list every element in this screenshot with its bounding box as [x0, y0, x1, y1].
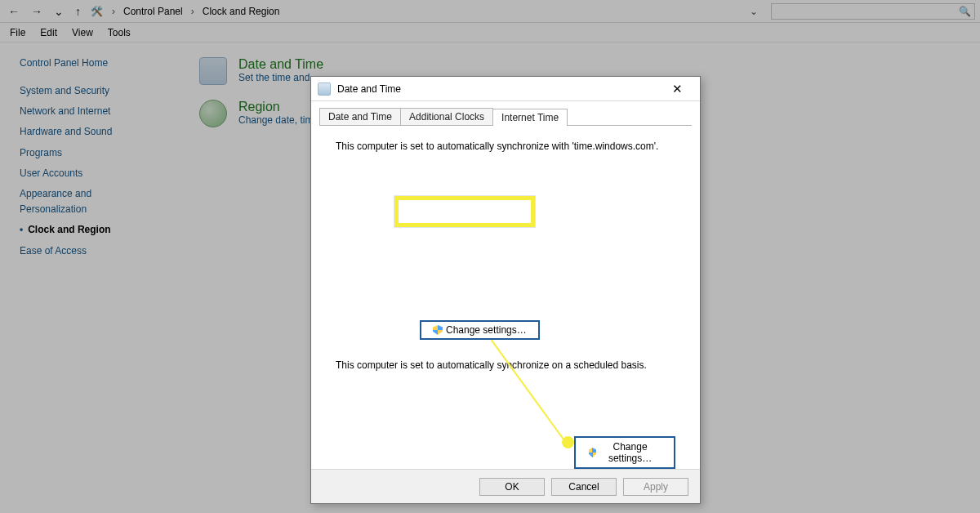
annotation-dot — [562, 436, 574, 448]
schedule-status-text: This computer is set to automatically sy… — [336, 359, 647, 371]
sidebar-item-clock-region[interactable]: Clock and Region — [20, 222, 180, 238]
button-label: Change settings… — [599, 441, 661, 464]
sync-status-text: This computer is set to automatically sy… — [336, 141, 675, 152]
menu-bar: File Edit View Tools — [0, 23, 980, 42]
close-button[interactable]: ✕ — [661, 82, 693, 96]
change-settings-button[interactable]: Change settings… — [574, 436, 675, 469]
clock-icon — [318, 83, 331, 96]
annotation-line — [491, 340, 568, 445]
button-label: Change settings… — [446, 324, 527, 336]
tab-date-time[interactable]: Date and Time — [319, 108, 401, 125]
cancel-button[interactable]: Cancel — [551, 478, 617, 496]
search-icon: 🔍 — [959, 6, 971, 17]
sidebar-item-system[interactable]: System and Security — [20, 83, 180, 99]
menu-file[interactable]: File — [10, 27, 25, 38]
sidebar-item-ease-access[interactable]: Ease of Access — [20, 243, 180, 259]
uac-shield-icon — [433, 325, 443, 335]
back-button[interactable]: ← — [5, 5, 23, 18]
sidebar-home[interactable]: Control Panel Home — [20, 57, 180, 69]
sidebar-item-appearance[interactable]: Appearance and Personalization — [20, 186, 142, 217]
group-title[interactable]: Date and Time — [238, 57, 323, 72]
dialog-titlebar: Date and Time ✕ — [311, 77, 700, 101]
sidebar-item-user-accounts[interactable]: User Accounts — [20, 166, 180, 181]
group-title[interactable]: Region — [238, 100, 313, 114]
menu-tools[interactable]: Tools — [108, 27, 131, 38]
clock-icon — [199, 57, 227, 85]
sidebar-item-network[interactable]: Network and Internet — [20, 104, 180, 119]
date-time-dialog: Date and Time ✕ Date and Time Additional… — [310, 76, 701, 504]
tab-internet-time[interactable]: Internet Time — [492, 109, 568, 126]
dialog-tabs: Date and Time Additional Clocks Internet… — [319, 108, 692, 126]
group-sublink[interactable]: Change date, tim — [238, 114, 313, 126]
chevron-right-icon: › — [109, 6, 118, 17]
change-settings-button[interactable]: Change settings… — [420, 320, 540, 340]
breadcrumb-root[interactable]: Control Panel — [123, 6, 183, 17]
menu-edit[interactable]: Edit — [40, 27, 57, 38]
tab-additional-clocks[interactable]: Additional Clocks — [400, 108, 493, 125]
globe-icon — [199, 100, 227, 127]
recent-dropdown[interactable]: ⌄ — [51, 5, 67, 18]
up-button[interactable]: ↑ — [72, 5, 84, 18]
chevron-right-icon: › — [188, 6, 198, 17]
breadcrumb-current[interactable]: Clock and Region — [203, 6, 280, 17]
menu-view[interactable]: View — [72, 27, 93, 38]
sidebar: Control Panel Home System and Security N… — [0, 42, 180, 513]
control-panel-icon: 🛠️ — [89, 4, 104, 19]
nav-toolbar: ← → ⌄ ↑ 🛠️ › Control Panel › Clock and R… — [0, 0, 980, 23]
dialog-title: Date and Time — [337, 83, 401, 95]
forward-button[interactable]: → — [28, 5, 46, 18]
sidebar-item-programs[interactable]: Programs — [20, 145, 180, 161]
address-dropdown[interactable]: ⌄ — [750, 6, 766, 17]
sidebar-item-hardware[interactable]: Hardware and Sound — [20, 124, 180, 140]
apply-button: Apply — [623, 478, 688, 496]
dialog-footer: OK Cancel Apply — [311, 469, 700, 503]
ok-button[interactable]: OK — [479, 478, 545, 496]
uac-shield-icon — [589, 448, 596, 457]
search-input[interactable]: 🔍 — [771, 3, 975, 20]
